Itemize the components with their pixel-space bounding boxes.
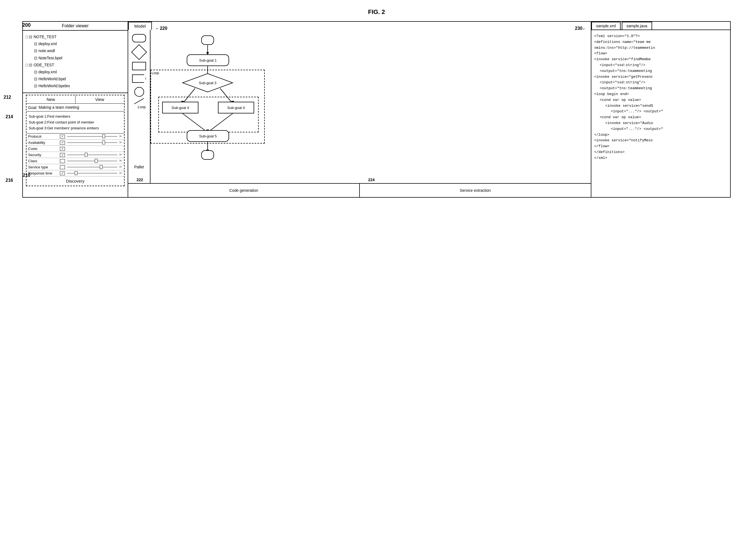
- subgoal-item-3: Sub-goal 3:Get members' presence embers: [29, 125, 122, 131]
- qos-row-class: Class ⊢: [26, 158, 124, 164]
- file-note-wsdl[interactable]: ⊡ note.wsdl: [26, 47, 125, 54]
- qos-slider-class[interactable]: [67, 161, 117, 161]
- folder-icon: ⊡: [29, 62, 32, 68]
- xml-line-22: </xml>: [594, 155, 727, 161]
- slider-end-response-time: ⊢: [120, 172, 122, 175]
- file-deploy-xml-2[interactable]: ⊡ deploy.xml: [26, 68, 125, 76]
- subgoal-item-2: Sub-goal 2:Find contact point of member: [29, 120, 122, 125]
- file-helloworld-bpelex[interactable]: ⊡ HelloWorld.bpelex: [26, 82, 125, 89]
- new-button[interactable]: New: [26, 95, 76, 103]
- svg-text:Sub-goal 3: Sub-goal 3: [199, 81, 217, 85]
- file-name: HelloWorld.bpel: [38, 76, 66, 82]
- folder-note-test[interactable]: □ ⊡ NOTE_TEST: [26, 34, 125, 40]
- shape-circle[interactable]: [134, 87, 144, 97]
- subgoal-item-1: Sub-goal 1:Find members: [29, 114, 122, 120]
- file-deploy-xml-1[interactable]: ⊡ deploy.xml: [26, 40, 125, 47]
- shape-line-tool[interactable]: [134, 98, 144, 104]
- folder-ode-test[interactable]: □ ⊡ ODE_TEST: [26, 62, 125, 68]
- qos-slider-protocol[interactable]: [67, 136, 117, 137]
- shape-diamond[interactable]: [131, 44, 147, 60]
- ref-222: 222: [137, 178, 143, 182]
- qos-label-security: Security: [28, 153, 59, 157]
- xml-tabs: sample.xml sample.java: [591, 22, 730, 30]
- file-helloworld-bpel[interactable]: ⊡ HelloWorld.bpel: [26, 76, 125, 82]
- shape-rect[interactable]: [132, 62, 146, 70]
- qos-slider-response-time[interactable]: [67, 173, 117, 174]
- qos-slider-availability[interactable]: [67, 142, 117, 143]
- xml-line-2: <definitions name="team me: [594, 39, 727, 45]
- file-name: HelloWorld.bpelex: [38, 82, 70, 89]
- expand-icon: □: [26, 34, 28, 40]
- qos-check-protocol[interactable]: ✓: [60, 135, 65, 139]
- tab-sample-xml[interactable]: sample.xml: [591, 22, 620, 29]
- qos-label-protocol: Protocol: [28, 134, 59, 139]
- slider-end-security: ⊢: [120, 153, 122, 157]
- xml-line-20: </flow>: [594, 143, 727, 149]
- model-tab[interactable]: Model: [128, 22, 152, 30]
- qos-slider-service-type[interactable]: [67, 167, 117, 167]
- view-button[interactable]: View: [76, 95, 124, 103]
- file-name: NoteTest.bpel: [38, 55, 62, 62]
- ref-212: 212: [4, 95, 11, 100]
- xml-line-18: </loop>: [594, 132, 727, 138]
- file-icon: ⊡: [34, 68, 37, 76]
- qos-check-costs[interactable]: ✓: [60, 147, 65, 151]
- qos-label-response-time: Response time: [28, 171, 59, 175]
- qos-check-availability[interactable]: ✓: [60, 141, 65, 145]
- xml-line-12: <cond var op value>: [594, 97, 727, 103]
- ref-216: 216: [5, 178, 13, 183]
- xml-line-21: </definitions>: [594, 149, 727, 155]
- subgoal-1-node[interactable]: Sub-goal 1: [187, 54, 229, 66]
- qos-label-class: Class: [28, 159, 59, 163]
- end-node: [201, 150, 214, 160]
- slider-end-service-type: ⊢: [120, 165, 122, 169]
- qos-row-protocol: Protocol ✓ ⊢: [26, 134, 124, 140]
- subgoal-3-node[interactable]: Sub-goal 3: [182, 73, 233, 93]
- xml-line-6: <input="xsd:string"/>: [594, 62, 727, 68]
- shape-pentagon[interactable]: [132, 75, 146, 83]
- xml-line-4: <flow>: [594, 51, 727, 57]
- qos-check-security[interactable]: ✓: [60, 153, 65, 157]
- service-extraction-button[interactable]: Service extraction: [362, 186, 589, 195]
- tab-sample-java[interactable]: sample.java: [622, 22, 652, 29]
- qos-row-costs: Costs ✓: [26, 146, 124, 152]
- folder-icon: ⊡: [29, 34, 32, 40]
- qos-check-class[interactable]: [60, 159, 65, 163]
- subgoal-list: Sub-goal 1:Find members Sub-goal 2:Find …: [26, 112, 124, 134]
- xml-line-7: <output="tns:teammeeting: [594, 68, 727, 74]
- qos-check-response-time[interactable]: ✓: [60, 172, 65, 175]
- shape-rounded-rect[interactable]: [132, 34, 146, 42]
- ref-214: 214: [5, 114, 13, 119]
- goal-value: Making a team meeting: [39, 105, 79, 111]
- qos-section: Protocol ✓ ⊢ Availability ✓ ⊢: [26, 134, 124, 177]
- diagram-area: Sub-goal 1 Loop Loop Sub-goal 3: [150, 30, 591, 183]
- folder-viewer-header: Folder viewer: [23, 22, 128, 31]
- subgoal-4b-node[interactable]: Sub-goal 4: [218, 102, 254, 114]
- folder-viewer-panel: Folder viewer □ ⊡ NOTE_TEST ⊡ deploy.xml…: [22, 21, 128, 198]
- ref-210: 210: [23, 173, 30, 178]
- subgoal-4a-node[interactable]: Sub-goal 4: [162, 102, 199, 114]
- subgoal-5-node[interactable]: Sub-goal 5: [187, 130, 229, 142]
- qos-label-costs: Costs: [28, 147, 59, 151]
- qos-slider-security[interactable]: [67, 155, 117, 155]
- xml-line-3: xmlns:tns="http://teammeetin: [594, 45, 727, 51]
- xml-panel: sample.xml sample.java <?xml version="1.…: [591, 21, 731, 198]
- qos-label-availability: Availability: [28, 140, 59, 145]
- xml-line-5: <invoke service="findMembe: [594, 57, 727, 62]
- xml-line-17: <input="..."/> <output=": [594, 126, 727, 132]
- file-note-test-bpel[interactable]: ⊡ NoteTest.bpel: [26, 55, 125, 62]
- folder-tree: □ ⊡ NOTE_TEST ⊡ deploy.xml ⊡ note.wsdl ⊡…: [23, 31, 128, 93]
- controls-area: New View Goal Making a team meeting 214 …: [26, 95, 125, 186]
- qos-row-availability: Availability ✓ ⊢: [26, 140, 124, 146]
- start-node: [201, 35, 214, 45]
- qos-check-service-type[interactable]: [60, 165, 65, 169]
- slider-end-availability: ⊢: [120, 141, 122, 144]
- discovery-button[interactable]: Discovery: [26, 177, 124, 186]
- xml-line-9: <input="xsd:string"/>: [594, 80, 727, 85]
- file-name: deploy.xml: [38, 68, 57, 76]
- folder-name: ODE_TEST: [34, 62, 54, 68]
- model-panel: Model ⌐ 220 230 ⌐ Pallet: [128, 21, 591, 198]
- code-generation-button[interactable]: Code generation: [130, 186, 357, 195]
- file-icon: ⊡: [34, 76, 37, 82]
- xml-line-1: <?xml version="1.0"?>: [594, 34, 727, 39]
